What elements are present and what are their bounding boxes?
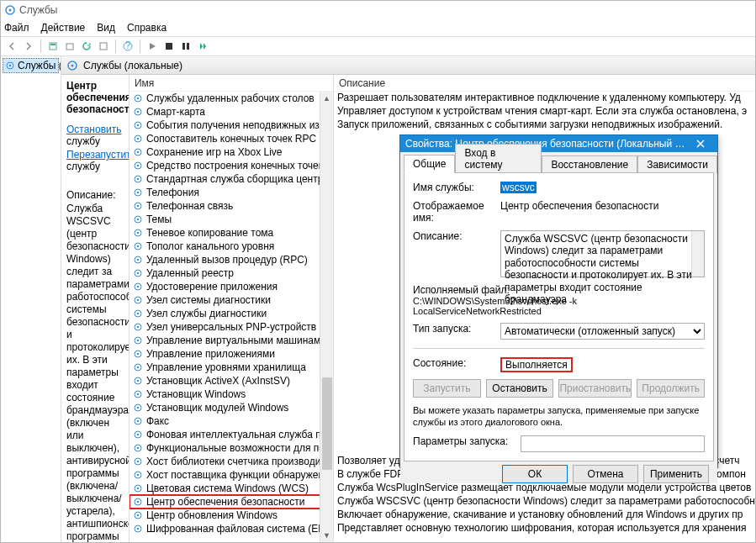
play-icon[interactable] [145,39,160,54]
service-name-label: Фоновая интеллектуальная служба передачи… [146,429,333,440]
svg-point-46 [137,299,139,301]
column-header-name[interactable]: Имя [130,75,333,92]
description-row: Служба WSCSVC (центр безопасности Window… [336,495,755,509]
menu-action[interactable]: Действие [41,22,86,34]
cancel-button[interactable]: Отмена [573,465,638,483]
service-row[interactable]: Хост поставщика функции обнаружения [130,468,333,482]
tab-logon[interactable]: Вход в систему [455,144,542,173]
service-row[interactable]: Центр обеспечения безопасности [130,495,333,509]
scroll-thumb[interactable] [322,377,332,470]
stop-icon[interactable] [161,39,177,54]
help-icon[interactable]: ? [120,39,135,54]
service-row[interactable]: Установщик модулей Windows [130,401,333,414]
params-input[interactable] [521,435,705,452]
service-row[interactable]: Сохранение игр на Xbox Live [130,145,333,159]
heading-label: Службы (локальные) [83,60,182,71]
svg-point-78 [137,514,139,516]
resume-button: Продолжить [637,379,705,398]
scrollbar[interactable]: ▲ ▼ [320,92,333,542]
service-row[interactable]: Управление уровнями хранилища [130,361,333,374]
service-row[interactable]: Центр обновления Windows [130,509,333,522]
svg-point-44 [137,286,139,287]
service-row[interactable]: Стандартная служба сборщика центра диагн… [130,172,333,186]
gear-icon [133,403,143,413]
tab-dependencies[interactable]: Зависимости [637,156,717,173]
service-row[interactable]: Сопоставитель конечных точек RPC [130,132,333,145]
service-name-label: Узел службы диагностики [146,308,267,319]
service-name-label: Функциональные возможности для подключе.… [146,442,333,454]
service-row[interactable]: Средство построения конечных точек Windo… [130,159,333,172]
service-row[interactable]: Теневое копирование тома [130,226,333,240]
export-icon[interactable] [62,39,77,54]
service-row[interactable]: Хост библиотеки счетчика производительно… [130,455,333,468]
stop-button[interactable]: Остановить [486,379,554,398]
service-name-label: Управление виртуальными машинами Hyper-V [146,335,333,346]
value-service-name[interactable]: wscsvc [500,182,537,193]
service-row[interactable]: Цветовая система Windows (WCS) [130,482,333,495]
svg-point-76 [137,501,139,503]
description-row: Управляет доступом к устройствам чтения … [336,105,755,119]
menu-view[interactable]: Вид [97,22,115,34]
service-row[interactable]: Узел службы диагностики [130,307,333,320]
dialog-titlebar[interactable]: Свойства: Центр обеспечения безопасности… [400,135,717,152]
gear-icon [133,174,143,184]
refresh-icon[interactable] [79,39,94,54]
description-box[interactable]: Служба WSCSVC (центр безопасности Window… [500,230,705,277]
service-row[interactable]: Фоновая интеллектуальная служба передачи… [130,428,333,441]
forward-icon[interactable] [21,39,36,54]
ok-button[interactable]: ОК [502,465,568,483]
service-row[interactable]: Функциональные возможности для подключе.… [130,441,333,455]
tree-root[interactable]: Службы (л [3,58,59,73]
service-row[interactable]: Телефония [130,186,333,199]
apply-button[interactable]: Применить [643,465,709,483]
service-name-label: Установщик модулей Windows [146,402,288,414]
svg-point-24 [137,151,139,153]
tab-recovery[interactable]: Восстановление [542,156,637,173]
service-row[interactable]: Смарт-карта [130,105,333,119]
service-row[interactable]: Факс [130,414,333,428]
service-row[interactable]: Темы [130,213,333,226]
props-icon[interactable] [96,39,111,54]
properties-icon[interactable] [45,39,61,54]
svg-rect-4 [66,44,73,50]
gear-icon [133,161,143,171]
service-list[interactable]: Службы удаленных рабочих столовСмарт-кар… [130,92,333,542]
scroll-down-icon[interactable]: ▼ [320,529,333,542]
label-params: Параметры запуска: [413,435,514,447]
menu-file[interactable]: Файл [4,22,29,34]
svg-point-26 [137,165,139,166]
restart-link[interactable]: Перезапустить [66,149,130,161]
description-label: Описание: [66,189,125,201]
gear-icon [133,308,143,319]
service-row[interactable]: Управление приложениями [130,347,333,361]
service-row[interactable]: Управление виртуальными машинами Hyper-V [130,334,333,347]
back-icon[interactable] [4,39,19,54]
gear-icon [133,255,143,265]
service-row[interactable]: Шифрованная файловая система (EFS) [130,522,333,535]
service-row[interactable]: Удостоверение приложения [130,280,333,293]
gear-icon [133,107,143,117]
close-icon[interactable] [689,135,712,152]
pause-icon[interactable] [178,39,193,54]
service-row[interactable]: События получения неподвижных изображен.… [130,119,333,132]
menu-help[interactable]: Справка [127,22,167,34]
gear-icon [133,443,143,453]
service-row[interactable]: Узел универсальных PNP-устройств [130,320,333,334]
column-header-desc[interactable]: Описание [334,75,755,92]
service-row[interactable]: Узел системы диагностики [130,293,333,307]
service-row[interactable]: Установщик ActiveX (AxInstSV) [130,374,333,387]
service-row[interactable]: Службы удаленных рабочих столов [130,92,333,105]
scrollbar[interactable] [691,231,704,277]
service-row[interactable]: Телефонная связь [130,199,333,213]
restart-icon[interactable] [195,39,210,54]
pause-button: Приостановить [558,379,632,398]
stop-link[interactable]: Остановить [66,124,122,135]
startup-select[interactable]: Автоматически (отложенный запуск) [500,323,705,340]
service-row[interactable]: Удаленный вызов процедур (RPC) [130,253,333,266]
gear-icon [133,416,143,426]
scroll-up-icon[interactable]: ▲ [320,92,333,105]
tab-general[interactable]: Общие [404,155,455,173]
service-row[interactable]: Тополог канального уровня [130,240,333,253]
service-row[interactable]: Удаленный реестр [130,266,333,280]
service-row[interactable]: Установщик Windows [130,387,333,401]
